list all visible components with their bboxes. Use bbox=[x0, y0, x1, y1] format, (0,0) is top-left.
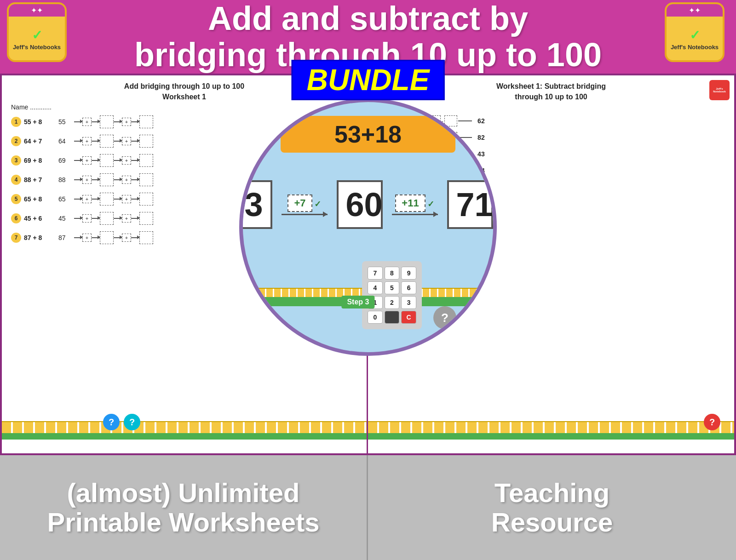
calc-btn-3[interactable]: 3 bbox=[401, 296, 416, 309]
ws-badge-6: 6 bbox=[11, 213, 21, 223]
circle-banner-text: 53+18 bbox=[334, 121, 402, 148]
bottom-left-line1: (almost) Unlimited bbox=[67, 478, 300, 508]
ruler-green-right bbox=[368, 433, 734, 440]
calc-grid: 7 8 9 4 5 6 1 2 3 0 C bbox=[368, 267, 416, 324]
bottom-left-line2: Printable Worksheets bbox=[47, 507, 319, 537]
bottom-right: Teaching Resource bbox=[368, 455, 736, 560]
nl-number-2: 60 bbox=[337, 180, 383, 229]
calc-btn-clear[interactable]: C bbox=[401, 311, 416, 324]
number-line-area: 53 +7 ✓ 60 +11 ✓ 71 🌱 bbox=[243, 180, 493, 229]
nl-number-3: 71 bbox=[447, 180, 493, 229]
bottom-left: (almost) Unlimited Printable Worksheets bbox=[0, 455, 368, 560]
calc-btn-2[interactable]: 2 bbox=[385, 296, 400, 309]
logo-check-right: ✓ bbox=[690, 28, 700, 43]
ruler-green-left bbox=[2, 433, 367, 440]
circle-overlay: 53+18 53 +7 ✓ 60 +11 ✓ 71 🌱 bbox=[239, 98, 497, 356]
nl-arrow-1: +7 ✓ bbox=[282, 194, 328, 215]
qmark-cyan-left[interactable]: ? bbox=[124, 414, 140, 430]
logo-text-left: Jeff's Notebooks bbox=[13, 44, 61, 51]
qmark-red-right[interactable]: ? bbox=[704, 414, 720, 430]
bottom-right-line1: Teaching bbox=[494, 478, 610, 508]
bottom-right-text: Teaching Resource bbox=[491, 478, 613, 537]
calc-btn-4[interactable]: 4 bbox=[368, 281, 383, 294]
logo-text-right: Jeff's Notebooks bbox=[671, 44, 719, 51]
ws-badge-4: 4 bbox=[11, 175, 21, 185]
logo-right: ✦✦ ✓ Jeff's Notebooks bbox=[665, 2, 729, 67]
calc-btn-0[interactable]: 0 bbox=[368, 311, 383, 324]
qmark-circle-gray[interactable]: ? bbox=[433, 306, 456, 329]
calc-btn-empty[interactable] bbox=[385, 311, 400, 324]
nl-arrow-2: +11 ✓ bbox=[392, 194, 438, 215]
qmark-blue-left[interactable]: ? bbox=[103, 414, 120, 430]
logo-left: ✦✦ ✓ Jeff's Notebooks bbox=[7, 2, 71, 67]
header: ✦✦ ✓ Jeff's Notebooks Add and subtract b… bbox=[0, 0, 736, 74]
bundle-banner: BUNDLE bbox=[292, 60, 445, 100]
step3-label: Step 3 bbox=[341, 296, 374, 309]
logo-dots-right: ✦✦ bbox=[689, 6, 701, 15]
bottom-left-text: (almost) Unlimited Printable Worksheets bbox=[47, 478, 319, 537]
calc-btn-6[interactable]: 6 bbox=[401, 281, 416, 294]
main-content: Jeff'sNotebook Add bridging through 10 u… bbox=[0, 74, 736, 455]
nl-arrow-label-1: +7 bbox=[288, 194, 312, 212]
nl-arrow-label-2: +11 bbox=[395, 194, 425, 212]
ws-left-name: Name ............ bbox=[11, 103, 357, 111]
ws-badge-2: 2 bbox=[11, 136, 21, 146]
ws-right-name: Name ............ bbox=[377, 103, 725, 111]
calculator: 7 8 9 4 5 6 1 2 3 0 C bbox=[362, 261, 422, 329]
logo-dots-left: ✦✦ bbox=[31, 6, 43, 15]
calc-btn-5[interactable]: 5 bbox=[385, 281, 400, 294]
ws-badge-1: 1 bbox=[11, 117, 21, 127]
header-line1: Add and subtract by bbox=[208, 0, 528, 37]
ws-badge-3: 3 bbox=[11, 155, 21, 166]
calc-btn-8[interactable]: 8 bbox=[385, 267, 400, 280]
ws-logo-right: Jeff'sNotebook bbox=[709, 80, 730, 100]
circle-banner: 53+18 bbox=[281, 116, 455, 153]
calc-btn-9[interactable]: 9 bbox=[401, 267, 416, 280]
bundle-label: BUNDLE bbox=[307, 63, 430, 97]
bottom-right-line2: Resource bbox=[491, 507, 613, 537]
ws-badge-7: 7 bbox=[11, 233, 21, 243]
ws-badge-5: 5 bbox=[11, 194, 21, 204]
bottom-section: (almost) Unlimited Printable Worksheets … bbox=[0, 455, 736, 560]
logo-check-left: ✓ bbox=[32, 28, 42, 43]
calc-btn-7[interactable]: 7 bbox=[368, 267, 383, 280]
